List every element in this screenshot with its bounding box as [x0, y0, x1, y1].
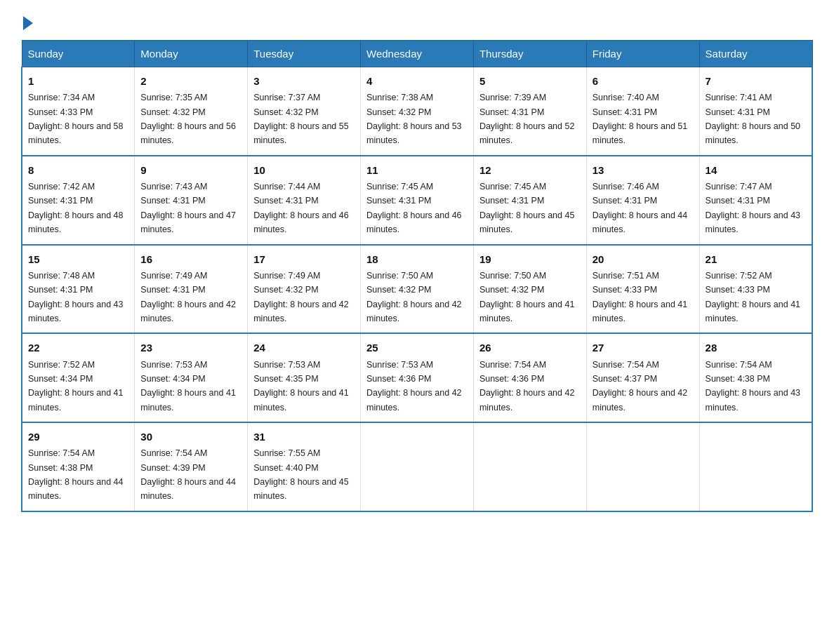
day-sunset: Sunset: 4:38 PM [706, 374, 770, 384]
day-daylight: Daylight: 8 hours and 43 minutes. [706, 210, 801, 234]
calendar-table: SundayMondayTuesdayWednesdayThursdayFrid… [21, 40, 813, 512]
day-sunset: Sunset: 4:31 PM [140, 285, 205, 295]
day-daylight: Daylight: 8 hours and 46 minutes. [366, 210, 462, 234]
day-sunrise: Sunrise: 7:53 AM [253, 360, 320, 370]
calendar-day-cell: 30Sunrise: 7:54 AMSunset: 4:39 PMDayligh… [135, 422, 248, 511]
day-number: 23 [140, 340, 241, 356]
day-sunrise: Sunrise: 7:40 AM [593, 93, 659, 102]
calendar-day-cell: 11Sunrise: 7:45 AMSunset: 4:31 PMDayligh… [361, 156, 474, 245]
day-sunset: Sunset: 4:31 PM [706, 107, 770, 117]
day-daylight: Daylight: 8 hours and 42 minutes. [140, 300, 236, 323]
day-sunset: Sunset: 4:31 PM [28, 285, 93, 295]
day-number: 21 [706, 251, 806, 267]
day-sunset: Sunset: 4:34 PM [140, 374, 205, 384]
day-sunset: Sunset: 4:32 PM [366, 285, 431, 295]
calendar-week-row: 8Sunrise: 7:42 AMSunset: 4:31 PMDaylight… [22, 156, 812, 245]
day-daylight: Daylight: 8 hours and 45 minutes. [253, 477, 349, 501]
day-daylight: Daylight: 8 hours and 41 minutes. [253, 388, 349, 412]
day-sunrise: Sunrise: 7:54 AM [140, 448, 207, 458]
calendar-day-cell: 25Sunrise: 7:53 AMSunset: 4:36 PMDayligh… [361, 333, 474, 422]
day-number: 27 [593, 340, 694, 356]
day-sunrise: Sunrise: 7:39 AM [479, 93, 546, 102]
day-sunrise: Sunrise: 7:54 AM [593, 360, 659, 370]
day-daylight: Daylight: 8 hours and 43 minutes. [706, 388, 801, 412]
day-daylight: Daylight: 8 hours and 41 minutes. [479, 300, 575, 323]
day-number: 26 [479, 340, 581, 356]
day-sunset: Sunset: 4:32 PM [140, 107, 205, 117]
day-sunrise: Sunrise: 7:43 AM [140, 182, 207, 192]
day-sunset: Sunset: 4:33 PM [706, 285, 770, 295]
day-sunrise: Sunrise: 7:55 AM [253, 448, 320, 458]
day-sunrise: Sunrise: 7:50 AM [479, 271, 546, 281]
weekday-header-tuesday: Tuesday [248, 41, 361, 67]
day-number: 12 [479, 162, 581, 178]
day-number: 5 [479, 73, 581, 89]
calendar-week-row: 22Sunrise: 7:52 AMSunset: 4:34 PMDayligh… [22, 333, 812, 422]
day-number: 28 [706, 340, 806, 356]
day-sunset: Sunset: 4:31 PM [706, 196, 770, 206]
day-daylight: Daylight: 8 hours and 45 minutes. [479, 210, 575, 234]
calendar-day-cell: 24Sunrise: 7:53 AMSunset: 4:35 PMDayligh… [248, 333, 361, 422]
day-daylight: Daylight: 8 hours and 41 minutes. [140, 388, 236, 412]
day-number: 8 [28, 162, 128, 178]
day-daylight: Daylight: 8 hours and 41 minutes. [706, 300, 801, 323]
calendar-week-row: 29Sunrise: 7:54 AMSunset: 4:38 PMDayligh… [22, 422, 812, 511]
day-daylight: Daylight: 8 hours and 41 minutes. [28, 388, 124, 412]
day-daylight: Daylight: 8 hours and 42 minutes. [366, 388, 462, 412]
day-daylight: Daylight: 8 hours and 55 minutes. [253, 121, 349, 145]
day-number: 15 [28, 251, 128, 267]
day-daylight: Daylight: 8 hours and 48 minutes. [28, 210, 124, 234]
day-sunrise: Sunrise: 7:38 AM [366, 93, 433, 102]
day-daylight: Daylight: 8 hours and 42 minutes. [593, 388, 688, 412]
day-sunrise: Sunrise: 7:53 AM [140, 360, 207, 370]
weekday-header-row: SundayMondayTuesdayWednesdayThursdayFrid… [22, 41, 812, 67]
day-number: 22 [28, 340, 128, 356]
calendar-day-cell: 23Sunrise: 7:53 AMSunset: 4:34 PMDayligh… [135, 333, 248, 422]
day-number: 13 [593, 162, 694, 178]
day-sunrise: Sunrise: 7:54 AM [28, 448, 95, 458]
calendar-day-cell: 22Sunrise: 7:52 AMSunset: 4:34 PMDayligh… [22, 333, 135, 422]
day-daylight: Daylight: 8 hours and 47 minutes. [140, 210, 236, 234]
day-sunset: Sunset: 4:31 PM [479, 107, 544, 117]
calendar-day-cell: 4Sunrise: 7:38 AMSunset: 4:32 PMDaylight… [361, 67, 474, 156]
day-sunrise: Sunrise: 7:44 AM [253, 182, 320, 192]
calendar-day-cell: 28Sunrise: 7:54 AMSunset: 4:38 PMDayligh… [699, 333, 812, 422]
day-sunset: Sunset: 4:31 PM [479, 196, 544, 206]
day-daylight: Daylight: 8 hours and 42 minutes. [479, 388, 575, 412]
calendar-day-cell: 9Sunrise: 7:43 AMSunset: 4:31 PMDaylight… [135, 156, 248, 245]
day-number: 10 [253, 162, 355, 178]
day-sunset: Sunset: 4:36 PM [479, 374, 544, 384]
day-sunrise: Sunrise: 7:45 AM [479, 182, 546, 192]
calendar-day-cell: 21Sunrise: 7:52 AMSunset: 4:33 PMDayligh… [699, 245, 812, 334]
day-daylight: Daylight: 8 hours and 44 minutes. [593, 210, 688, 234]
day-number: 1 [28, 73, 128, 89]
day-number: 14 [706, 162, 806, 178]
day-sunrise: Sunrise: 7:51 AM [593, 271, 659, 281]
day-sunrise: Sunrise: 7:49 AM [253, 271, 320, 281]
day-number: 16 [140, 251, 241, 267]
day-sunset: Sunset: 4:37 PM [593, 374, 657, 384]
calendar-day-cell: 16Sunrise: 7:49 AMSunset: 4:31 PMDayligh… [135, 245, 248, 334]
day-sunrise: Sunrise: 7:37 AM [253, 93, 320, 102]
day-sunset: Sunset: 4:33 PM [28, 107, 93, 117]
calendar-day-cell: 26Sunrise: 7:54 AMSunset: 4:36 PMDayligh… [473, 333, 586, 422]
day-sunset: Sunset: 4:33 PM [593, 285, 657, 295]
day-sunset: Sunset: 4:32 PM [366, 107, 431, 117]
day-sunrise: Sunrise: 7:52 AM [28, 360, 95, 370]
day-sunrise: Sunrise: 7:34 AM [28, 93, 95, 102]
day-sunrise: Sunrise: 7:41 AM [706, 93, 772, 102]
day-number: 25 [366, 340, 468, 356]
calendar-day-cell: 27Sunrise: 7:54 AMSunset: 4:37 PMDayligh… [586, 333, 699, 422]
day-number: 11 [366, 162, 468, 178]
calendar-day-cell: 12Sunrise: 7:45 AMSunset: 4:31 PMDayligh… [473, 156, 586, 245]
day-sunrise: Sunrise: 7:49 AM [140, 271, 207, 281]
day-daylight: Daylight: 8 hours and 56 minutes. [140, 121, 236, 145]
day-number: 7 [706, 73, 806, 89]
day-number: 20 [593, 251, 694, 267]
calendar-day-cell: 13Sunrise: 7:46 AMSunset: 4:31 PMDayligh… [586, 156, 699, 245]
day-number: 29 [28, 429, 128, 445]
calendar-day-cell: 2Sunrise: 7:35 AMSunset: 4:32 PMDaylight… [135, 67, 248, 156]
day-sunrise: Sunrise: 7:53 AM [366, 360, 433, 370]
day-daylight: Daylight: 8 hours and 44 minutes. [28, 477, 124, 501]
day-number: 4 [366, 73, 468, 89]
